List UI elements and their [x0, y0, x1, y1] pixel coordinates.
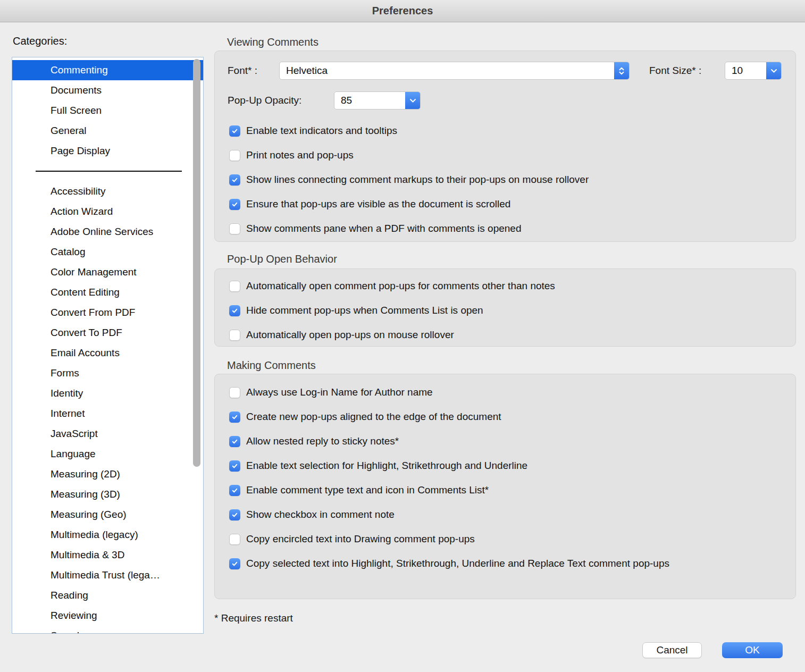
font-label: Font* :	[228, 62, 257, 80]
checkbox-row[interactable]: Copy selected text into Highlight, Strik…	[229, 551, 785, 576]
checkbox-label: Enable text selection for Highlight, Str…	[246, 460, 527, 472]
checkbox-row[interactable]: Print notes and pop-ups	[229, 143, 785, 167]
checkbox-label: Automatically open comment pop-ups for c…	[246, 280, 555, 292]
sidebar-item-measuring-2d[interactable]: Measuring (2D)	[12, 464, 203, 484]
section-header-making-comments: Making Comments	[227, 359, 316, 372]
sidebar-item-multimedia-legacy[interactable]: Multimedia (legacy)	[12, 525, 203, 545]
section-header-viewing-comments: Viewing Comments	[227, 36, 318, 48]
sidebar-item-convert-from-pdf[interactable]: Convert From PDF	[12, 303, 203, 323]
sidebar-item-internet[interactable]: Internet	[12, 404, 203, 424]
checkbox-row[interactable]: Automatically open pop-ups on mouse roll…	[229, 323, 785, 347]
checkbox-row[interactable]: Enable comment type text and icon in Com…	[229, 478, 785, 502]
scrollbar-thumb[interactable]	[193, 59, 200, 467]
chevron-down-icon[interactable]	[405, 92, 420, 109]
popup-behavior-checkboxes: Automatically open comment pop-ups for c…	[229, 274, 785, 347]
sidebar-item-accessibility[interactable]: Accessibility	[12, 181, 203, 201]
sidebar-item-color-management[interactable]: Color Management	[12, 262, 203, 282]
sidebar-item-convert-to-pdf[interactable]: Convert To PDF	[12, 323, 203, 343]
making-comments-checkboxes: Always use Log-in Name for Author nameCr…	[229, 380, 785, 576]
checkbox-checked[interactable]	[229, 411, 240, 423]
checkbox-row[interactable]: Ensure that pop-ups are visible as the d…	[229, 192, 785, 216]
sidebar-item-reading[interactable]: Reading	[12, 585, 203, 606]
categories-list: CommentingDocumentsFull ScreenGeneralPag…	[12, 57, 204, 634]
checkbox-unchecked[interactable]	[229, 387, 240, 398]
checkbox-unchecked[interactable]	[229, 534, 240, 545]
checkbox-checked[interactable]	[229, 485, 240, 496]
sidebar-item-measuring-3d[interactable]: Measuring (3D)	[12, 484, 203, 505]
checkbox-row[interactable]: Always use Log-in Name for Author name	[229, 380, 785, 405]
checkbox-unchecked[interactable]	[229, 223, 240, 234]
checkbox-label: Show lines connecting comment markups to…	[246, 174, 589, 186]
popup-opacity-label: Pop-Up Opacity:	[228, 91, 301, 110]
sidebar-item-commenting[interactable]: Commenting	[12, 60, 203, 80]
checkbox-checked[interactable]	[229, 460, 240, 472]
ok-button[interactable]: OK	[722, 642, 783, 658]
sidebar-item-general[interactable]: General	[12, 121, 203, 141]
font-size-select-value: 10	[725, 62, 766, 79]
viewing-comments-checkboxes: Enable text indicators and tooltipsPrint…	[229, 119, 785, 241]
font-size-select[interactable]: 10	[725, 62, 782, 80]
checkbox-row[interactable]: Copy encircled text into Drawing comment…	[229, 527, 785, 551]
sidebar-item-adobe-online-services[interactable]: Adobe Online Services	[12, 222, 203, 242]
sidebar-item-javascript[interactable]: JavaScript	[12, 424, 203, 444]
sidebar-item-documents[interactable]: Documents	[12, 80, 203, 100]
sidebar-item-full-screen[interactable]: Full Screen	[12, 100, 203, 121]
popup-opacity-select-value: 85	[334, 92, 405, 109]
sidebar-item-reviewing[interactable]: Reviewing	[12, 606, 203, 626]
checkbox-label: Enable comment type text and icon in Com…	[246, 484, 489, 496]
checkbox-row[interactable]: Show lines connecting comment markups to…	[229, 167, 785, 192]
checkbox-unchecked[interactable]	[229, 150, 240, 161]
checkbox-label: Allow nested reply to sticky notes*	[246, 435, 399, 447]
checkbox-label: Always use Log-in Name for Author name	[246, 387, 433, 398]
sidebar-item-language[interactable]: Language	[12, 444, 203, 464]
checkbox-label: Ensure that pop-ups are visible as the d…	[246, 198, 510, 210]
sidebar-item-measuring-geo[interactable]: Measuring (Geo)	[12, 505, 203, 525]
list-divider	[12, 161, 203, 181]
stepper-updown-icon[interactable]	[614, 62, 629, 79]
checkbox-checked[interactable]	[229, 436, 240, 447]
checkbox-row[interactable]: Show checkbox in comment note	[229, 502, 785, 527]
requires-restart-note: * Requires restart	[214, 612, 293, 624]
preferences-window: Preferences Categories: CommentingDocume…	[0, 0, 805, 672]
categories-label: Categories:	[13, 35, 67, 47]
checkbox-row[interactable]: Enable text selection for Highlight, Str…	[229, 453, 785, 478]
sidebar-item-identity[interactable]: Identity	[12, 383, 203, 404]
checkbox-row[interactable]: Automatically open comment pop-ups for c…	[229, 274, 785, 298]
checkbox-unchecked[interactable]	[229, 281, 240, 292]
checkbox-checked[interactable]	[229, 125, 240, 137]
checkbox-row[interactable]: Show comments pane when a PDF with comme…	[229, 216, 785, 241]
titlebar[interactable]: Preferences	[0, 0, 805, 22]
checkbox-row[interactable]: Hide comment pop-ups when Comments List …	[229, 298, 785, 323]
checkbox-label: Show comments pane when a PDF with comme…	[246, 223, 521, 234]
font-select[interactable]: Helvetica	[279, 62, 630, 80]
checkbox-unchecked[interactable]	[229, 330, 240, 341]
checkbox-checked[interactable]	[229, 174, 240, 186]
font-select-value: Helvetica	[280, 62, 614, 79]
cancel-button[interactable]: Cancel	[642, 642, 702, 658]
checkbox-checked[interactable]	[229, 199, 240, 210]
checkbox-checked[interactable]	[229, 305, 240, 316]
categories-items: CommentingDocumentsFull ScreenGeneralPag…	[12, 60, 203, 634]
sidebar-item-multimedia-trust-lega[interactable]: Multimedia Trust (lega…	[12, 565, 203, 585]
sidebar-item-email-accounts[interactable]: Email Accounts	[12, 343, 203, 363]
viewing-comments-panel: Font* : Helvetica Font Size* : 10 Pop-Up…	[214, 51, 796, 242]
popup-opacity-select[interactable]: 85	[334, 91, 421, 110]
chevron-down-icon[interactable]	[766, 62, 781, 79]
checkbox-row[interactable]: Allow nested reply to sticky notes*	[229, 429, 785, 453]
sidebar-item-search[interactable]: Search	[12, 626, 203, 634]
checkbox-checked[interactable]	[229, 509, 240, 520]
sidebar-item-multimedia-3d[interactable]: Multimedia & 3D	[12, 545, 203, 565]
sidebar-item-content-editing[interactable]: Content Editing	[12, 282, 203, 303]
checkbox-label: Automatically open pop-ups on mouse roll…	[246, 329, 454, 341]
checkbox-row[interactable]: Enable text indicators and tooltips	[229, 119, 785, 143]
checkbox-label: Copy encircled text into Drawing comment…	[246, 533, 475, 545]
section-header-popup-open-behavior: Pop-Up Open Behavior	[227, 253, 337, 265]
sidebar-item-page-display[interactable]: Page Display	[12, 141, 203, 161]
sidebar-item-action-wizard[interactable]: Action Wizard	[12, 201, 203, 222]
checkbox-label: Print notes and pop-ups	[246, 149, 354, 161]
sidebar-item-catalog[interactable]: Catalog	[12, 242, 203, 262]
checkbox-checked[interactable]	[229, 558, 240, 569]
checkbox-label: Enable text indicators and tooltips	[246, 125, 397, 137]
sidebar-item-forms[interactable]: Forms	[12, 363, 203, 383]
checkbox-row[interactable]: Create new pop-ups aligned to the edge o…	[229, 405, 785, 429]
